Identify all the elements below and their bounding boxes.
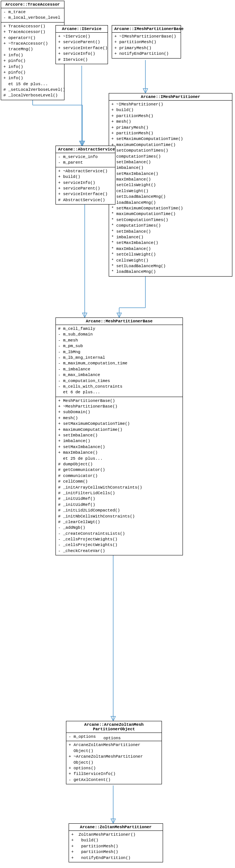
svg-marker-9 [82,313,87,317]
imesh-partitioner-base-box: Arcane::IMeshPartitionerBase + ~IMeshPar… [112,25,181,59]
mesh-partitioner-base-methods: + MeshPartitionerBase() + ~MeshPartition… [56,397,183,555]
svg-marker-3 [80,141,85,146]
arcane-zoltan-mesh-partitioner-object-box: Arcane::ArcaneZoltanMeshPartitionerObjec… [66,721,162,784]
svg-marker-5 [79,141,84,146]
trace-accessor-fields: - m_trace - m_local_verbose_level [1,8,64,23]
zoltan-mesh-partitioner-methods: + ZoltanMeshPartitioner() + build() + pa… [69,831,163,862]
imesh-partitioner-box: Arcane::IMeshPartitioner + ~IMeshPartiti… [109,93,232,277]
abstract-service-fields: - m_service_info - m_parent [56,153,115,167]
trace-accessor-title: Arccore::TraceAccessor [1,1,64,8]
imesh-partitioner-base-methods: + ~IMeshPartitionerBase() + partitionMes… [112,33,181,58]
arcane-zoltan-mesh-partitioner-object-title: Arcane::ArcaneZoltanMeshPartitionerObjec… [66,721,162,733]
mesh-partitioner-base-title: Arcane::MeshPartitionerBase [56,318,183,325]
options-label: options [103,736,121,740]
svg-marker-15 [111,716,115,721]
imesh-partitioner-base-title: Arcane::IMeshPartitionerBase [112,26,181,33]
zoltan-mesh-partitioner-title: Arcane::ZoltanMeshPartitioner [69,824,163,831]
imesh-partitioner-methods: + ~IMeshPartitioner() + build() + partit… [109,101,232,276]
mesh-partitioner-base-fields: # m_cell_family - m_sub_domain - m_mesh … [56,325,183,397]
mesh-partitioner-base-box: Arcane::MeshPartitionerBase # m_cell_fam… [55,317,183,555]
zoltan-mesh-partitioner-box: Arcane::ZoltanMeshPartitioner + ZoltanMe… [69,823,163,862]
diagram-container: Arccore::TraceAccessor - m_trace - m_loc… [0,0,235,868]
imesh-partitioner-title: Arcane::IMeshPartitioner [109,93,232,101]
iservice-box: Arcane::IService + ~IService() + service… [55,25,108,64]
svg-marker-13 [117,313,121,317]
arcane-zoltan-methods: + ArcaneZoltanMeshPartitioner Object() +… [66,741,162,784]
iservice-title: Arcane::IService [56,26,108,33]
trace-accessor-methods: + TraceAccessor() + TraceAccessor() + op… [1,23,64,100]
iservice-methods: + ~IService() + serviceParent() + servic… [56,33,108,64]
abstract-service-box: Arcane::AbstractService - m_service_info… [55,146,115,205]
abstract-service-methods: + ~AbstractService() + build() + service… [56,167,115,204]
trace-accessor-box: Arccore::TraceAccessor - m_trace - m_loc… [1,1,64,100]
svg-marker-7 [143,89,148,93]
abstract-service-title: Arcane::AbstractService [56,146,115,153]
svg-marker-17 [111,819,115,823]
